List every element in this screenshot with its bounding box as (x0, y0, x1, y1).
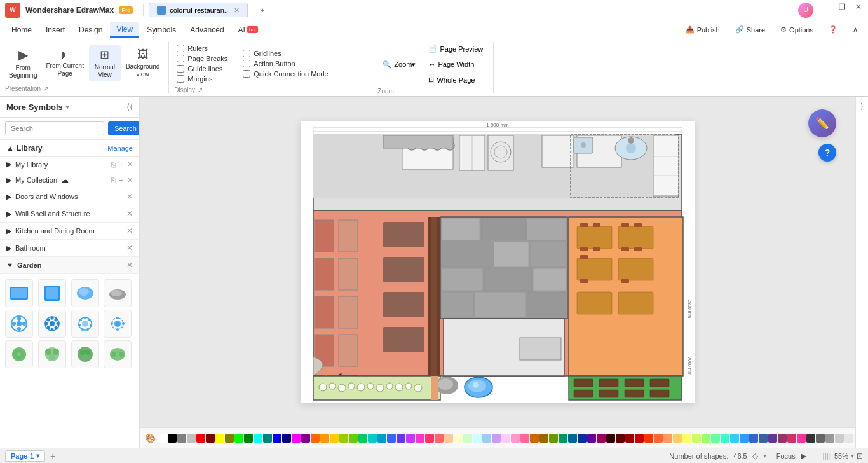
symbol-flower4[interactable] (104, 310, 132, 338)
fit-page-icon[interactable]: ⊡ (857, 452, 863, 460)
color-swatch[interactable] (492, 434, 501, 443)
color-swatch[interactable] (196, 434, 205, 443)
collection-copy-icon[interactable]: ⎘ (111, 176, 116, 184)
color-swatch[interactable] (616, 434, 625, 443)
color-swatch[interactable] (330, 434, 339, 443)
color-picker-icon[interactable]: 🎨 (145, 433, 156, 443)
color-swatch[interactable] (263, 434, 272, 443)
copy-icon[interactable]: ⎘ (111, 161, 116, 169)
restore-button[interactable]: ❐ (837, 3, 846, 11)
library-expand-icon[interactable]: ▲ (6, 144, 14, 153)
color-swatch[interactable] (168, 434, 177, 443)
menu-advanced[interactable]: Advanced (184, 23, 230, 37)
color-swatch[interactable] (568, 434, 577, 443)
whole-page-button[interactable]: ⊡ Whole Page (423, 73, 488, 86)
color-swatch[interactable] (749, 434, 758, 443)
symbol-stone[interactable] (104, 279, 132, 307)
color-swatch[interactable] (501, 434, 510, 443)
normal-view-button[interactable]: ⊞ NormalView (89, 45, 121, 81)
search-button[interactable]: Search (108, 121, 140, 135)
color-swatch[interactable] (482, 434, 491, 443)
manage-link[interactable]: Manage (107, 144, 133, 152)
margins-input[interactable] (177, 75, 184, 83)
zoom-dropdown-icon[interactable]: ▾ (851, 452, 854, 459)
zoom-minus-button[interactable]: — (811, 451, 820, 461)
assistant-button[interactable]: ✏️ (808, 109, 836, 137)
shape-icon[interactable]: ◇ (752, 452, 758, 460)
menu-ai[interactable]: AI hot (232, 23, 264, 37)
add-icon[interactable]: + (119, 161, 123, 169)
display-expand-icon[interactable]: ↗ (198, 86, 203, 93)
symbol-plant4[interactable] (104, 340, 132, 368)
active-tab[interactable]: colorful-restauran... ✕ (149, 3, 248, 17)
action-button-checkbox[interactable]: Action Button (243, 60, 328, 67)
color-swatch[interactable] (187, 434, 196, 443)
color-swatch[interactable] (282, 434, 291, 443)
color-swatch[interactable] (416, 434, 424, 443)
color-swatch[interactable] (320, 434, 329, 443)
zoom-slider[interactable]: ||||| (823, 452, 832, 460)
menu-design[interactable]: Design (72, 23, 109, 37)
color-swatch[interactable] (625, 434, 634, 443)
my-collection-row[interactable]: ▶ My Collection ☁ ⎘ + ✕ (0, 172, 139, 188)
garden-expand-icon[interactable]: ▼ (6, 261, 13, 269)
collection-add-icon[interactable]: + (119, 176, 123, 184)
color-swatch[interactable] (759, 434, 768, 443)
share-button[interactable]: 🔗Share (730, 24, 770, 36)
color-swatch[interactable] (578, 434, 587, 443)
color-swatch[interactable] (682, 434, 691, 443)
zoom-button[interactable]: 🔍 Zoom▾ (377, 58, 421, 71)
color-swatch[interactable] (473, 434, 482, 443)
bathroom-close-icon[interactable]: ✕ (126, 244, 133, 252)
shape-dropdown[interactable]: ▾ (763, 452, 766, 459)
action-button-input[interactable] (243, 60, 250, 67)
menu-insert[interactable]: Insert (39, 23, 71, 37)
help-button-floating[interactable]: ? (818, 144, 836, 162)
color-swatch[interactable] (702, 434, 710, 443)
sidebar-dropdown-icon[interactable]: ▾ (65, 103, 69, 111)
color-swatch[interactable] (244, 434, 253, 443)
kitchen-close-icon[interactable]: ✕ (126, 226, 133, 235)
color-swatch[interactable] (406, 434, 415, 443)
color-swatch[interactable] (339, 434, 348, 443)
color-swatch[interactable] (816, 434, 825, 443)
tab-close-icon[interactable]: ✕ (234, 6, 240, 15)
menu-symbols[interactable]: Symbols (140, 23, 182, 37)
page-width-button[interactable]: ↔ Page Width (423, 58, 488, 71)
color-swatch[interactable] (206, 434, 215, 443)
color-swatch[interactable] (663, 434, 672, 443)
page-tab-dropdown-icon[interactable]: ▾ (36, 452, 39, 459)
color-swatch[interactable] (225, 434, 234, 443)
color-swatch[interactable] (787, 434, 796, 443)
color-swatch[interactable] (797, 434, 806, 443)
floorplan-svg[interactable]: 1 000 mm (301, 121, 695, 401)
from-beginning-button[interactable]: ▶ FromBeginning (5, 45, 41, 82)
color-swatch[interactable] (234, 434, 243, 443)
color-swatch[interactable] (806, 434, 815, 443)
page-breaks-checkbox[interactable]: Page Breaks (177, 55, 227, 62)
color-swatch[interactable] (463, 434, 472, 443)
symbol-pool-rect[interactable] (5, 279, 33, 307)
color-swatch[interactable] (844, 434, 853, 443)
color-swatch[interactable] (444, 434, 453, 443)
publish-button[interactable]: 📤Publish (681, 24, 725, 36)
quick-conn-checkbox[interactable]: Quick Connection Mode (243, 70, 328, 78)
color-swatch[interactable] (530, 434, 539, 443)
gridlines-input[interactable] (243, 50, 250, 57)
page-preview-button[interactable]: 📄 Page Preview (423, 42, 488, 55)
symbol-flower-circle[interactable] (5, 310, 33, 338)
menu-home[interactable]: Home (5, 23, 38, 37)
color-swatch[interactable] (435, 434, 444, 443)
color-swatch[interactable] (606, 434, 615, 443)
color-swatch[interactable] (635, 434, 644, 443)
page-tab[interactable]: Page-1 ▾ (5, 450, 45, 462)
color-swatch[interactable] (292, 434, 301, 443)
color-swatch[interactable] (425, 434, 434, 443)
color-swatch[interactable] (597, 434, 606, 443)
rulers-checkbox[interactable]: Rulers (177, 45, 227, 52)
color-swatch[interactable] (549, 434, 558, 443)
color-swatch[interactable] (721, 434, 729, 443)
add-page-button[interactable]: + (50, 451, 55, 461)
color-swatch[interactable] (454, 434, 463, 443)
search-input[interactable] (5, 121, 104, 135)
